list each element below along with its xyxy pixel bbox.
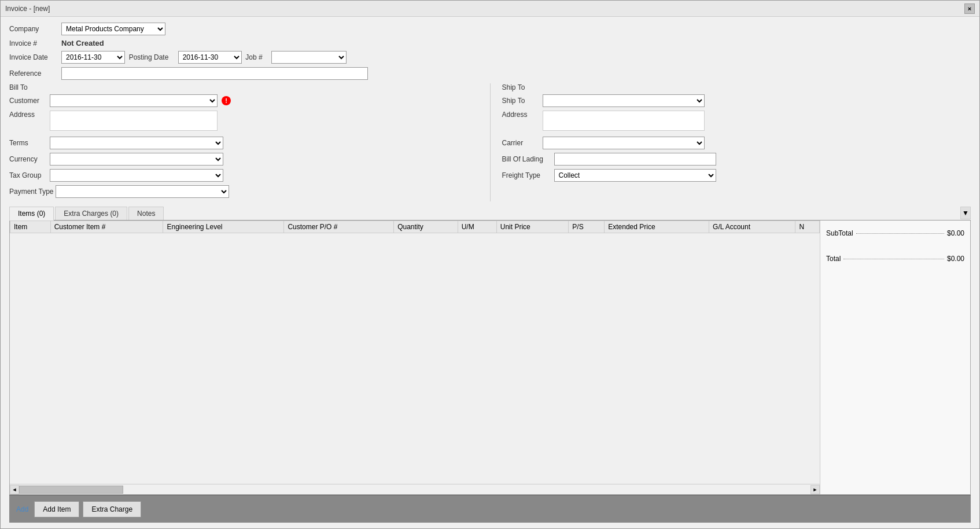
currency-select[interactable] bbox=[50, 153, 223, 166]
ship-to-title: Ship To bbox=[502, 83, 971, 91]
company-label: Company bbox=[9, 25, 61, 33]
tab-dropdown-arrow[interactable]: ▼ bbox=[960, 207, 971, 219]
tab-notes[interactable]: Notes bbox=[128, 207, 164, 220]
form-section: Company Metal Products Company Invoice #… bbox=[9, 23, 971, 201]
tax-group-row: Tax Group bbox=[9, 169, 478, 182]
items-table: Item Customer Item # Engineering Level C… bbox=[10, 221, 820, 349]
add-item-button[interactable]: Add Item bbox=[34, 501, 79, 517]
summary-panel: SubTotal $0.00 Total $0.00 bbox=[820, 221, 970, 494]
carrier-row: Carrier bbox=[502, 137, 971, 149]
terms-select[interactable] bbox=[50, 137, 223, 149]
payment-type-row: Payment Type bbox=[9, 185, 478, 198]
total-dots bbox=[843, 259, 944, 259]
bill-of-lading-input[interactable] bbox=[554, 153, 716, 166]
invoice-num-row: Invoice # Not Created bbox=[9, 39, 971, 47]
company-select[interactable]: Metal Products Company bbox=[61, 23, 165, 35]
title-bar: Invoice - [new] × bbox=[1, 1, 979, 17]
currency-label: Currency bbox=[9, 155, 50, 163]
address-display bbox=[50, 111, 218, 131]
window-title: Invoice - [new] bbox=[5, 5, 50, 13]
tax-group-label: Tax Group bbox=[9, 171, 50, 179]
extra-charge-button[interactable]: Extra Charge bbox=[83, 501, 141, 517]
ship-to-section: Ship To Ship To Address bbox=[490, 83, 971, 201]
col-gl-account: G/L Account bbox=[709, 221, 795, 233]
col-customer-item: Customer Item # bbox=[50, 221, 163, 233]
address-label: Address bbox=[9, 111, 50, 119]
chevron-down-icon: ▼ bbox=[962, 209, 969, 217]
carrier-label: Carrier bbox=[502, 139, 543, 147]
reference-label: Reference bbox=[9, 69, 61, 78]
main-content: Company Metal Products Company Invoice #… bbox=[1, 17, 979, 528]
bill-of-lading-row: Bill Of Lading bbox=[502, 153, 971, 166]
posting-date-label: Posting Date bbox=[129, 53, 178, 61]
add-link[interactable]: Add bbox=[16, 505, 28, 513]
customer-label: Customer bbox=[9, 97, 50, 105]
ship-to-row: Ship To bbox=[502, 94, 971, 107]
address-row: Address bbox=[9, 111, 478, 131]
invoice-label: Invoice # bbox=[9, 39, 61, 47]
scroll-track[interactable] bbox=[19, 485, 810, 494]
close-button[interactable]: × bbox=[964, 3, 975, 14]
tab-items[interactable]: Items (0) bbox=[9, 207, 54, 221]
customer-error-icon: ! bbox=[222, 96, 231, 105]
terms-row: Terms bbox=[9, 137, 478, 149]
col-um: U/M bbox=[458, 221, 496, 233]
bill-to-section: Bill To Customer ! Address bbox=[9, 83, 490, 201]
carrier-select[interactable] bbox=[543, 137, 705, 149]
terms-label: Terms bbox=[9, 139, 50, 147]
col-item: Item bbox=[10, 221, 51, 233]
job-label: Job # bbox=[245, 53, 271, 61]
company-row: Company Metal Products Company bbox=[9, 23, 971, 35]
col-extended-price: Extended Price bbox=[605, 221, 709, 233]
freight-type-label: Freight Type bbox=[502, 171, 554, 179]
total-value: $0.00 bbox=[947, 255, 964, 263]
table-area: Item Customer Item # Engineering Level C… bbox=[10, 221, 820, 494]
horizontal-scrollbar[interactable]: ◄ ► bbox=[10, 484, 820, 494]
bill-of-lading-label: Bill Of Lading bbox=[502, 155, 554, 163]
bottom-bar: Add Add Item Extra Charge bbox=[9, 495, 971, 523]
invoice-date-select[interactable]: 2016-11-30 bbox=[61, 51, 125, 64]
tab-bar: Items (0) Extra Charges (0) Notes ▼ bbox=[9, 206, 971, 221]
subtotal-label: SubTotal bbox=[826, 229, 853, 237]
customer-field-group: ! bbox=[50, 94, 231, 107]
ship-to-label: Ship To bbox=[502, 97, 543, 105]
subtotal-row: SubTotal $0.00 bbox=[826, 229, 964, 237]
table-empty-row bbox=[10, 233, 820, 349]
scroll-left-arrow[interactable]: ◄ bbox=[10, 485, 19, 494]
reference-row: Reference bbox=[9, 67, 971, 80]
posting-date-select[interactable]: 2016-11-30 bbox=[178, 51, 242, 64]
table-scroll[interactable]: Item Customer Item # Engineering Level C… bbox=[10, 221, 820, 484]
total-label: Total bbox=[826, 255, 841, 263]
total-row: Total $0.00 bbox=[826, 255, 964, 263]
tab-extra-charges[interactable]: Extra Charges (0) bbox=[55, 207, 127, 220]
ship-to-select[interactable] bbox=[543, 94, 705, 107]
ship-address-label: Address bbox=[502, 111, 543, 119]
customer-select[interactable] bbox=[50, 94, 218, 107]
currency-row: Currency bbox=[9, 153, 478, 166]
payment-type-label: Payment Type bbox=[9, 188, 56, 196]
invoice-window: Invoice - [new] × Company Metal Products… bbox=[0, 0, 980, 529]
reference-input[interactable] bbox=[61, 67, 368, 80]
ship-address-display bbox=[543, 111, 705, 131]
invoice-status: Not Created bbox=[61, 39, 104, 47]
subtotal-value: $0.00 bbox=[947, 229, 964, 237]
scroll-right-arrow[interactable]: ► bbox=[810, 485, 820, 494]
job-select[interactable] bbox=[271, 51, 347, 64]
scroll-thumb[interactable] bbox=[19, 486, 123, 494]
date-row: Invoice Date 2016-11-30 Posting Date 201… bbox=[9, 51, 971, 64]
freight-type-row: Freight Type Collect bbox=[502, 169, 971, 182]
payment-type-select[interactable] bbox=[56, 185, 229, 198]
table-header-row: Item Customer Item # Engineering Level C… bbox=[10, 221, 820, 233]
tax-group-select[interactable] bbox=[50, 169, 223, 182]
col-quantity: Quantity bbox=[394, 221, 458, 233]
invoice-date-label: Invoice Date bbox=[9, 53, 61, 61]
tabs-section: Items (0) Extra Charges (0) Notes ▼ Item bbox=[9, 206, 971, 495]
two-col-section: Bill To Customer ! Address bbox=[9, 83, 971, 201]
col-customer-po: Customer P/O # bbox=[284, 221, 394, 233]
freight-type-select[interactable]: Collect bbox=[554, 169, 716, 182]
customer-row: Customer ! bbox=[9, 94, 478, 107]
subtotal-dots bbox=[856, 233, 944, 234]
col-unit-price: Unit Price bbox=[496, 221, 569, 233]
ship-address-row: Address bbox=[502, 111, 971, 131]
table-summary-container: Item Customer Item # Engineering Level C… bbox=[9, 221, 971, 495]
